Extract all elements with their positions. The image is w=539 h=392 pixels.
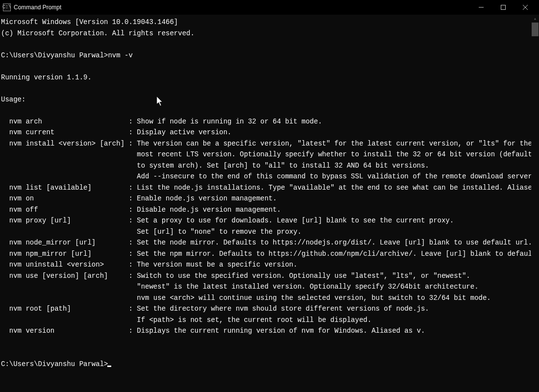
- prompt-path: C:\Users\Divyanshu Parwal>: [1, 360, 108, 368]
- help-row-install-cont: most recent LTS version. Optionally spec…: [1, 149, 530, 160]
- prompt-command: nvm -v: [108, 51, 132, 59]
- blank-line: [1, 39, 530, 50]
- blank-line: [1, 61, 530, 72]
- help-row-node-mirror: nvm node_mirror [url] : Set the node mir…: [1, 237, 530, 248]
- copyright-line: (c) Microsoft Corporation. All rights re…: [1, 28, 530, 39]
- maximize-button[interactable]: [492, 0, 514, 15]
- help-row-install-cont: Add --insecure to the end of this comman…: [1, 171, 530, 182]
- prompt-line: C:\Users\Divyanshu Parwal>nvm -v: [1, 50, 530, 61]
- help-row-use-cont: "newest" is the latest installed version…: [1, 281, 530, 293]
- blank-line: [1, 337, 530, 348]
- scroll-up-icon[interactable]: ▴: [531, 15, 539, 23]
- close-button[interactable]: [514, 0, 536, 15]
- scrollbar[interactable]: ▴: [531, 15, 539, 392]
- help-row-current: nvm current : Display active version.: [1, 127, 530, 138]
- titlebar[interactable]: C:\ Command Prompt: [0, 0, 539, 15]
- help-row-proxy: nvm proxy [url] : Set a proxy to use for…: [1, 215, 530, 226]
- blank-line: [1, 347, 530, 359]
- prompt-path: C:\Users\Divyanshu Parwal>: [1, 51, 108, 59]
- help-row-proxy-cont: Set [url] to "none" to remove the proxy.: [1, 226, 530, 238]
- help-row-use-cont: nvm use <arch> will continue using the s…: [1, 293, 530, 304]
- cmd-icon: C:\: [3, 3, 11, 11]
- help-row-use: nvm use [version] [arch] : Switch to use…: [1, 270, 530, 282]
- running-version-line: Running version 1.1.9.: [1, 72, 530, 83]
- help-row-off: nvm off : Disable node.js version manage…: [1, 204, 530, 216]
- terminal[interactable]: Microsoft Windows [Version 10.0.19043.14…: [0, 15, 531, 392]
- blank-line: [1, 83, 530, 94]
- help-row-npm-mirror: nvm npm_mirror [url] : Set the npm mirro…: [1, 248, 530, 260]
- scrollbar-thumb[interactable]: [532, 23, 539, 36]
- help-row-version: nvm version : Displays the current runni…: [1, 325, 530, 337]
- os-version-line: Microsoft Windows [Version 10.0.19043.14…: [1, 17, 530, 28]
- help-row-uninstall: nvm uninstall <version> : The version mu…: [1, 259, 530, 270]
- help-row-list: nvm list [available] : List the node.js …: [1, 182, 530, 194]
- terminal-viewport: Microsoft Windows [Version 10.0.19043.14…: [0, 15, 539, 392]
- prompt-line[interactable]: C:\Users\Divyanshu Parwal>: [1, 359, 530, 370]
- help-row-install-cont: to system arch). Set [arch] to "all" to …: [1, 160, 530, 172]
- blank-line: [1, 105, 530, 116]
- help-row-install: nvm install <version> [arch] : The versi…: [1, 138, 530, 149]
- minimize-button[interactable]: [470, 0, 492, 15]
- svg-rect-1: [501, 5, 505, 9]
- help-row-on: nvm on : Enable node.js version manageme…: [1, 193, 530, 204]
- text-cursor: [107, 366, 111, 367]
- usage-label: Usage:: [1, 94, 530, 105]
- help-row-root: nvm root [path] : Set the directory wher…: [1, 303, 530, 315]
- window-title: Command Prompt: [14, 4, 61, 11]
- help-row-root-cont: If <path> is not set, the current root w…: [1, 315, 530, 326]
- help-row-arch: nvm arch : Show if node is running in 32…: [1, 116, 530, 127]
